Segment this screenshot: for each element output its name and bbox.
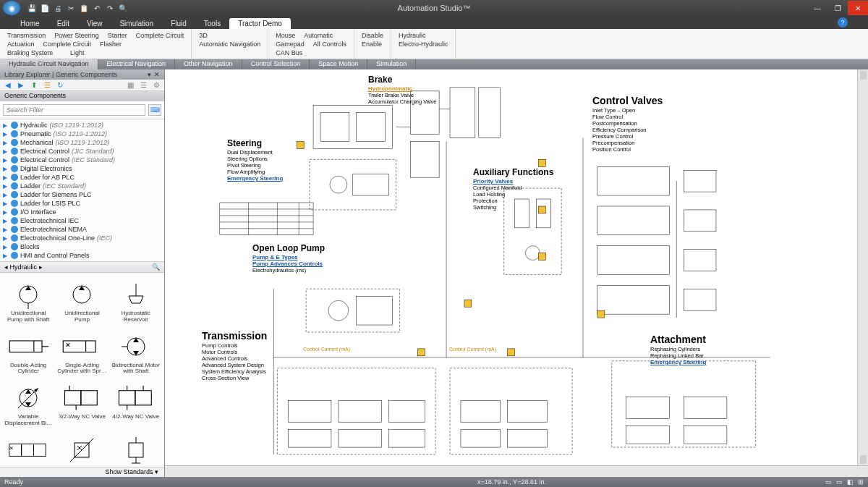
tree-node[interactable]: ▶Ladder (IEC Standard) — [3, 182, 161, 190]
steering-link[interactable]: Emergency Steering — [227, 175, 283, 182]
keyboard-icon[interactable]: ⌨ — [148, 104, 161, 116]
tab-simulation[interactable]: Simulation — [111, 18, 162, 29]
hydraulic-breadcrumb[interactable]: ◂ Hydraulic ▸ — [4, 263, 43, 271]
tree-node[interactable]: ▶Ladder for AB PLC — [3, 173, 161, 182]
ribbon-actuation[interactable]: Actuation — [7, 41, 35, 48]
restore-button[interactable]: ❐ — [827, 1, 848, 15]
ribbon-3d[interactable]: 3D — [199, 32, 208, 39]
ribbon-starter[interactable]: Starter — [108, 32, 127, 39]
horizontal-scrollbar[interactable] — [165, 465, 868, 477]
subnav-space-motion[interactable]: Space Motion — [310, 59, 367, 69]
lib-up-icon[interactable]: ⬆ — [29, 80, 39, 90]
ribbon-mouse[interactable]: Mouse — [276, 32, 295, 39]
lib-view2-icon[interactable]: ☰ — [138, 80, 148, 90]
ribbon-enable[interactable]: Enable — [362, 41, 382, 48]
qat-redo-icon[interactable]: ↷ — [104, 2, 116, 14]
status-icon-3[interactable]: ◧ — [847, 478, 854, 486]
symbol-item[interactable]: Hydrostatic Reservoir — [109, 277, 163, 329]
ribbon-braking-system[interactable]: Braking System — [7, 49, 53, 56]
lib-back-icon[interactable]: ◀ — [3, 80, 13, 90]
qat-print-icon[interactable]: 🖨 — [52, 2, 64, 14]
ribbon-automatic[interactable]: Automatic — [304, 32, 333, 39]
minimize-button[interactable]: — — [807, 1, 827, 15]
ribbon-flasher[interactable]: Flasher — [100, 41, 122, 48]
lib-fwd-icon[interactable]: ▶ — [16, 80, 26, 90]
ribbon-auto-nav[interactable]: Automatic Navigation — [199, 41, 260, 48]
tree-node[interactable]: ▶Electrical Control (IEC Standard) — [3, 156, 161, 164]
subnav-simulation[interactable]: Simulation — [367, 59, 416, 69]
ribbon-all-controls[interactable]: All Controls — [313, 41, 346, 48]
diagram-canvas[interactable]: Brake Hydroponimatic Trailer Brake Valve… — [165, 69, 857, 465]
show-standards-button[interactable]: Show Standards ▾ — [0, 467, 164, 477]
symbol-item[interactable]: Variable Displacement Bi… — [1, 381, 55, 433]
ribbon-disable[interactable]: Disable — [362, 32, 383, 39]
tree-node[interactable]: ▶HMI and Control Panels — [3, 251, 161, 260]
tab-fluid[interactable]: Fluid — [162, 18, 195, 29]
qat-new-icon[interactable]: 📄 — [39, 2, 51, 14]
tab-view[interactable]: View — [78, 18, 111, 29]
tab-edit[interactable]: Edit — [48, 18, 78, 29]
panel-pin-icon[interactable]: ▾ — [148, 71, 151, 78]
aux-link[interactable]: Priority Valves — [473, 178, 553, 185]
qat-save-icon[interactable]: 💾 — [26, 2, 38, 14]
qat-cut-icon[interactable]: ✂ — [65, 2, 77, 14]
panel-close-icon[interactable]: ✕ — [154, 71, 160, 78]
symbol-item[interactable]: 3/2-Way NC Valve — [55, 381, 109, 433]
lib-refresh-icon[interactable]: ↻ — [55, 80, 65, 90]
ribbon-electro-hydraulic[interactable]: Electro-Hydraulic — [399, 41, 448, 48]
openloop-link-1[interactable]: Pump & E Types — [252, 254, 325, 261]
ribbon-light[interactable]: Light — [70, 49, 85, 56]
vertical-scrollbar[interactable] — [857, 69, 868, 465]
tab-tractor-demo[interactable]: Tractor Demo — [229, 18, 291, 29]
tree-node[interactable]: ▶Mechanical (ISO 1219-1:2012) — [3, 138, 161, 147]
search-input[interactable] — [3, 104, 145, 116]
qat-paste-icon[interactable]: 📋 — [78, 2, 90, 14]
symbol-item[interactable]: Unidirectional Pump with Shaft — [1, 277, 55, 329]
ribbon-complete-circuit-2[interactable]: Complete Circuit — [43, 41, 92, 48]
symbol-item[interactable]: Double-Acting Cylinder — [1, 329, 55, 381]
ribbon-transmission[interactable]: Transmission — [7, 32, 46, 39]
tree-node[interactable]: ▶Electrotechnical One-Line (IEC) — [3, 234, 161, 242]
subnav-electrical[interactable]: Electrical Navigation — [98, 59, 176, 69]
symbol-item[interactable]: Single-Acting Cylinder with Spr… — [55, 329, 109, 381]
openloop-link-2[interactable]: Pump Advances Controls — [252, 261, 325, 267]
library-tab[interactable]: Generic Components — [0, 91, 164, 101]
qat-undo-icon[interactable]: ↶ — [91, 2, 103, 14]
ribbon-complete-circuit-1[interactable]: Complete Circuit — [136, 32, 184, 39]
symbol-item[interactable]: Pressure Reducing Valve with Drain — [109, 433, 163, 467]
status-icon-2[interactable]: ▭ — [836, 478, 843, 486]
lib-tree-icon[interactable]: ☰ — [42, 80, 52, 90]
tree-node[interactable]: ▶Ladder for LSIS PLC — [3, 199, 161, 208]
qat-zoom-icon[interactable]: 🔍 — [117, 2, 129, 14]
tree-node[interactable]: ▶Electrical Control (JIC Standard) — [3, 147, 161, 156]
symbol-item[interactable]: Unidirectional Pump — [55, 277, 109, 329]
tree-node[interactable]: ▶Ladder for Siemens PLC — [3, 190, 161, 199]
subnav-hydraulic[interactable]: Hydraulic Circuit Navigation — [0, 59, 98, 69]
status-icon-4[interactable]: ⊞ — [858, 478, 864, 486]
tab-home[interactable]: Home — [12, 18, 48, 29]
magnify-icon[interactable]: 🔍 — [152, 263, 160, 271]
tree-node[interactable]: ▶I/O Interface — [3, 208, 161, 216]
symbol-item[interactable]: 4/2-Way NC Valve — [109, 381, 163, 433]
ribbon-hydraulic[interactable]: Hydraulic — [399, 32, 426, 39]
symbol-item[interactable]: Variable Relief Valve — [55, 433, 109, 467]
lib-settings-icon[interactable]: ⚙ — [151, 80, 161, 90]
symbol-item[interactable]: Bidirectional Motor with Shaft — [109, 329, 163, 381]
tree-node[interactable]: ▶Blocks — [3, 242, 161, 251]
subnav-control-sel[interactable]: Control Selection — [242, 59, 310, 69]
brake-link[interactable]: Hydroponimatic — [368, 85, 437, 92]
close-button[interactable]: ✕ — [848, 1, 868, 15]
symbol-item[interactable]: 4/3 - Electrically Controlled — [1, 433, 55, 467]
attachment-link[interactable]: Emergency Steering — [650, 359, 706, 365]
lib-view1-icon[interactable]: ▦ — [125, 80, 135, 90]
tree-node[interactable]: ▶Electrotechnical NEMA — [3, 225, 161, 234]
status-icon-1[interactable]: ▭ — [825, 478, 832, 486]
ribbon-can-bus[interactable]: CAN Bus — [276, 49, 302, 56]
subnav-other[interactable]: Other Navigation — [175, 59, 242, 69]
ribbon-gamepad[interactable]: Gamepad — [276, 41, 305, 48]
ribbon-power-steering[interactable]: Power Steering — [54, 32, 99, 39]
tree-node[interactable]: ▶Hydraulic (ISO 1219-1:2012) — [3, 121, 161, 130]
tree-node[interactable]: ▶Digital Electronics — [3, 164, 161, 173]
tab-tools[interactable]: Tools — [195, 18, 229, 29]
help-icon[interactable]: ? — [838, 17, 848, 27]
